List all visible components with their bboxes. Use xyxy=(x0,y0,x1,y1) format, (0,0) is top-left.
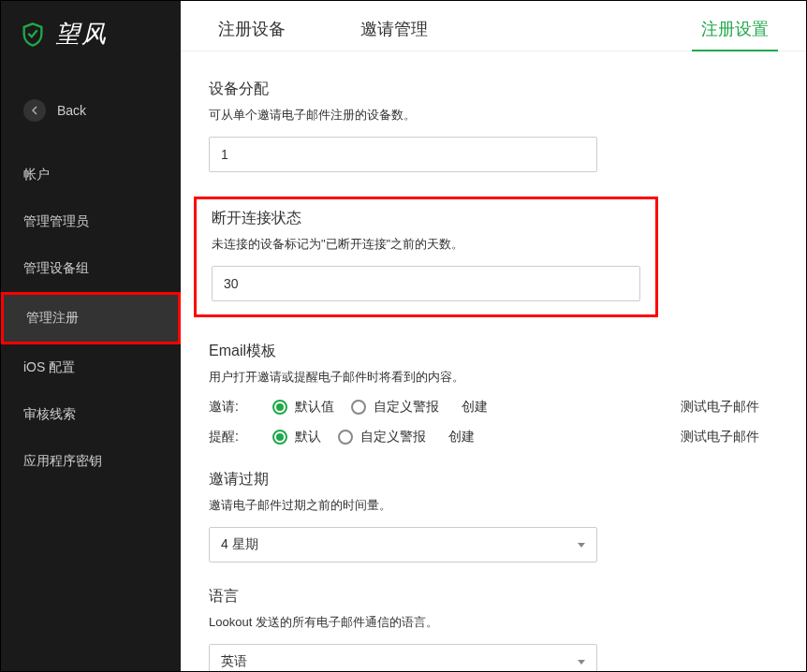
remind-custom-radio[interactable]: 自定义警报 xyxy=(338,429,426,446)
logo-area: 望风 xyxy=(1,1,181,69)
sidebar-item-ios-config[interactable]: iOS 配置 xyxy=(1,344,181,391)
invite-default-radio[interactable]: 默认值 xyxy=(272,399,334,416)
remind-label: 提醒: xyxy=(209,429,256,446)
radio-icon xyxy=(338,430,353,445)
invite-label: 邀请: xyxy=(209,399,256,416)
section-title: 邀请过期 xyxy=(209,470,769,489)
radio-icon xyxy=(272,430,287,445)
test-email-link[interactable]: 测试电子邮件 xyxy=(681,429,759,446)
app-name: 望风 xyxy=(55,18,108,51)
section-title: 语言 xyxy=(209,587,769,606)
test-email-link[interactable]: 测试电子邮件 xyxy=(681,399,759,416)
section-desc: 可从单个邀请电子邮件注册的设备数。 xyxy=(209,107,769,124)
sidebar-item-manage-device-groups[interactable]: 管理设备组 xyxy=(1,245,181,292)
sidebar: 望风 Back 帐户 管理管理员 管理设备组 管理注册 iOS 配置 xyxy=(1,1,181,671)
radio-icon xyxy=(272,400,287,415)
section-desc: Lookout 发送的所有电子邮件通信的语言。 xyxy=(209,614,769,631)
chevron-down-icon xyxy=(578,660,585,665)
radio-icon xyxy=(351,400,366,415)
main-content: 注册设备 邀请管理 注册设置 设备分配 可从单个邀请电子邮件注册的设备数。 断开… xyxy=(181,1,806,671)
section-device-allocation: 设备分配 可从单个邀请电子邮件注册的设备数。 xyxy=(209,80,769,172)
shield-icon xyxy=(20,22,46,48)
sidebar-item-manage-enrollment[interactable]: 管理注册 xyxy=(1,292,181,344)
disconnect-days-input[interactable] xyxy=(212,266,640,301)
device-allocation-input[interactable] xyxy=(209,137,597,172)
back-chevron-icon xyxy=(23,99,46,122)
section-language: 语言 Lookout 发送的所有电子邮件通信的语言。 英语 xyxy=(209,587,769,671)
back-label: Back xyxy=(57,103,86,118)
section-title: Email模板 xyxy=(209,342,769,361)
tab-invite-management[interactable]: 邀请管理 xyxy=(351,18,437,51)
sidebar-item-manage-admins[interactable]: 管理管理员 xyxy=(1,198,181,245)
create-link[interactable]: 创建 xyxy=(448,429,475,446)
section-disconnect-state: 断开连接状态 未连接的设备标记为"已断开连接"之前的天数。 xyxy=(209,197,769,317)
tab-enroll-devices[interactable]: 注册设备 xyxy=(209,18,295,51)
remind-default-radio[interactable]: 默认 xyxy=(272,429,321,446)
tab-bar: 注册设备 邀请管理 注册设置 xyxy=(181,1,806,51)
chevron-down-icon xyxy=(578,543,585,548)
section-desc: 用户打开邀请或提醒电子邮件时将看到的内容。 xyxy=(209,369,769,386)
section-invite-expiry: 邀请过期 邀请电子邮件过期之前的时间量。 4 星期 xyxy=(209,470,769,562)
invite-expiry-select[interactable]: 4 星期 xyxy=(209,527,597,562)
create-link[interactable]: 创建 xyxy=(462,399,488,416)
tab-enrollment-settings[interactable]: 注册设置 xyxy=(692,18,778,51)
invite-custom-radio[interactable]: 自定义警报 xyxy=(351,399,439,416)
sidebar-item-app-keys[interactable]: 应用程序密钥 xyxy=(1,438,181,485)
section-email-template: Email模板 用户打开邀请或提醒电子邮件时将看到的内容。 邀请: 默认值 自定… xyxy=(209,342,769,446)
back-button[interactable]: Back xyxy=(1,86,181,135)
sidebar-item-account[interactable]: 帐户 xyxy=(1,152,181,198)
section-desc: 未连接的设备标记为"已断开连接"之前的天数。 xyxy=(212,236,640,253)
section-title: 断开连接状态 xyxy=(212,209,640,228)
language-select[interactable]: 英语 xyxy=(209,644,597,671)
remind-template-row: 提醒: 默认 自定义警报 创建 测试电子邮件 xyxy=(209,429,769,446)
section-title: 设备分配 xyxy=(209,80,769,99)
invite-template-row: 邀请: 默认值 自定义警报 创建 测试电子邮件 xyxy=(209,399,769,416)
section-desc: 邀请电子邮件过期之前的时间量。 xyxy=(209,497,769,514)
sidebar-item-audit-trail[interactable]: 审核线索 xyxy=(1,391,181,438)
